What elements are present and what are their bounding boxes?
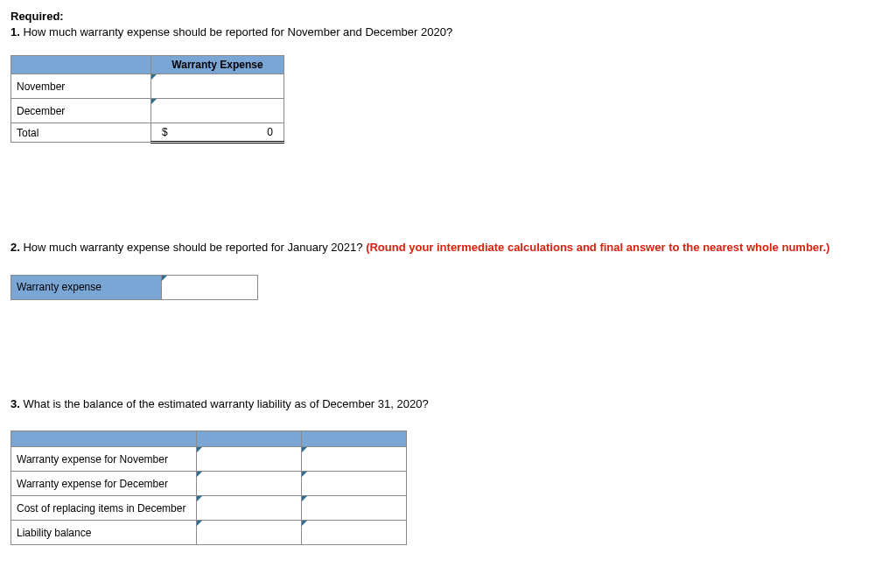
q3-header-blank-2 <box>197 431 302 447</box>
q3-row-0-label: Warranty expense for November <box>11 447 197 472</box>
q2-hint: (Round your intermediate calculations an… <box>366 241 830 254</box>
q3-row-2-input-a[interactable] <box>197 496 302 521</box>
required-label: Required: <box>10 10 64 23</box>
q2-line: 2. How much warranty expense should be r… <box>10 240 886 256</box>
q1-number: 1. <box>10 25 20 38</box>
table1-total-value: 0 <box>267 126 278 138</box>
q3-text: What is the balance of the estimated war… <box>20 397 429 410</box>
q3-header-blank-3 <box>302 431 407 447</box>
q3-row-0-input-b[interactable] <box>302 447 407 472</box>
q3-number: 3. <box>10 397 20 410</box>
table1-total-label: Total <box>11 123 151 143</box>
liability-table: Warranty expense for November Warranty e… <box>10 430 407 545</box>
q3-header-blank-1 <box>11 431 197 447</box>
table1-row-december-label: December <box>11 99 151 123</box>
q3-row-3-label: Liability balance <box>11 521 197 545</box>
table1-header-blank <box>11 56 151 74</box>
warranty-expense-table: Warranty Expense November December Total… <box>10 55 284 144</box>
question-1-section: Required: 1. How much warranty expense s… <box>10 9 886 144</box>
q3-row-3-input-a[interactable] <box>197 521 302 545</box>
table1-currency: $ <box>157 126 168 138</box>
q3-row-2-label: Cost of replacing items in December <box>11 496 197 521</box>
table1-total-cell: $ 0 <box>151 123 284 143</box>
q3-row-0-input-a[interactable] <box>197 447 302 472</box>
q3-row-2-input-b[interactable] <box>302 496 407 521</box>
q1-text: How much warranty expense should be repo… <box>20 25 452 38</box>
required-heading: Required: 1. How much warranty expense s… <box>10 9 886 39</box>
table1-row-november-input[interactable] <box>151 74 284 99</box>
q2-number: 2. <box>10 241 20 254</box>
q3-row-3-input-b[interactable] <box>302 521 407 545</box>
q3-row-1-input-a[interactable] <box>197 472 302 496</box>
q3-row-1-input-b[interactable] <box>302 472 407 496</box>
q3-line: 3. What is the balance of the estimated … <box>10 396 886 412</box>
table1-row-december-input[interactable] <box>151 99 284 123</box>
question-2-section: 2. How much warranty expense should be r… <box>10 240 886 300</box>
q2-text: How much warranty expense should be repo… <box>20 241 366 254</box>
warranty-expense-jan-table: Warranty expense <box>10 275 258 300</box>
table1-row-november-label: November <box>11 74 151 99</box>
q3-row-1-label: Warranty expense for December <box>11 472 197 496</box>
q2-input[interactable] <box>162 275 258 299</box>
question-3-section: 3. What is the balance of the estimated … <box>10 396 886 546</box>
table1-header-expense: Warranty Expense <box>151 56 284 74</box>
q2-row-label: Warranty expense <box>11 275 162 299</box>
